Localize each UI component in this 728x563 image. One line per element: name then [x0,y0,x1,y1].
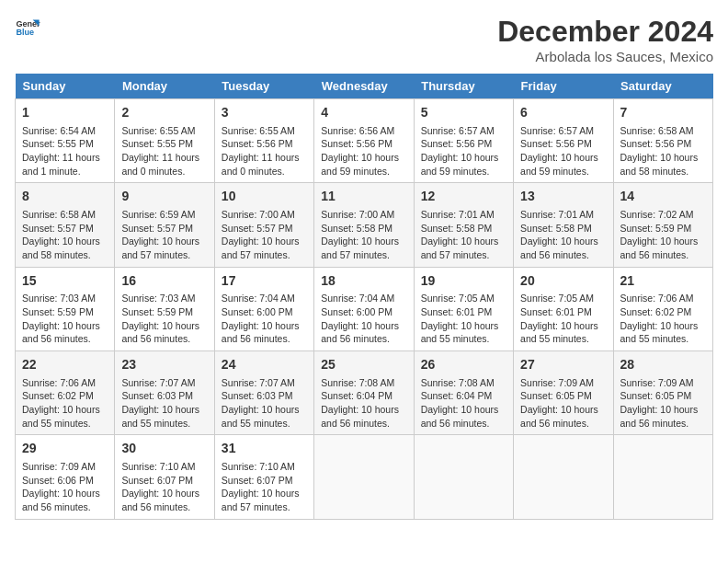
day-number: 9 [121,188,207,206]
calendar-day-cell: 19Sunrise: 7:05 AMSunset: 6:01 PMDayligh… [414,267,513,350]
day-number: 19 [421,272,506,291]
calendar-empty-cell [613,435,712,519]
calendar-empty-cell [314,435,414,519]
day-number: 1 [22,104,108,122]
day-number: 22 [22,356,108,374]
day-number: 3 [222,104,307,122]
day-info: Sunrise: 7:01 AMSunset: 5:58 PMDaylight:… [520,208,606,262]
calendar-day-cell: 12Sunrise: 7:01 AMSunset: 5:58 PMDayligh… [414,183,513,267]
svg-text:Blue: Blue [16,28,34,37]
day-number: 24 [222,356,307,374]
calendar-week-row: 8Sunrise: 6:58 AMSunset: 5:57 PMDaylight… [16,183,713,267]
header: General Blue December 2024 Arbolada los … [15,15,713,64]
logo: General Blue [15,15,40,40]
calendar-header-row: SundayMondayTuesdayWednesdayThursdayFrid… [16,74,713,99]
day-number: 5 [421,104,506,122]
day-info: Sunrise: 6:56 AMSunset: 5:56 PMDaylight:… [321,124,406,178]
column-header-sunday: Sunday [16,74,115,99]
calendar-day-cell: 20Sunrise: 7:05 AMSunset: 6:01 PMDayligh… [514,267,613,350]
day-info: Sunrise: 7:00 AMSunset: 5:57 PMDaylight:… [222,208,307,262]
column-header-monday: Monday [115,74,214,99]
day-info: Sunrise: 6:55 AMSunset: 5:55 PMDaylight:… [121,124,207,178]
calendar-day-cell: 14Sunrise: 7:02 AMSunset: 5:59 PMDayligh… [613,183,712,267]
day-info: Sunrise: 6:55 AMSunset: 5:56 PMDaylight:… [222,124,307,178]
day-info: Sunrise: 7:09 AMSunset: 6:05 PMDaylight:… [620,376,706,431]
calendar-table: SundayMondayTuesdayWednesdayThursdayFrid… [15,74,713,520]
day-info: Sunrise: 7:07 AMSunset: 6:03 PMDaylight:… [121,376,207,431]
day-number: 23 [121,356,207,374]
day-info: Sunrise: 6:57 AMSunset: 5:56 PMDaylight:… [421,124,506,178]
column-header-wednesday: Wednesday [314,74,414,99]
column-header-tuesday: Tuesday [214,74,313,99]
day-number: 29 [22,440,108,458]
day-number: 6 [520,104,606,122]
calendar-day-cell: 24Sunrise: 7:07 AMSunset: 6:03 PMDayligh… [214,351,313,435]
calendar-day-cell: 17Sunrise: 7:04 AMSunset: 6:00 PMDayligh… [214,267,313,350]
day-info: Sunrise: 7:09 AMSunset: 6:06 PMDaylight:… [22,460,108,514]
calendar-day-cell: 22Sunrise: 7:06 AMSunset: 6:02 PMDayligh… [16,351,115,435]
day-info: Sunrise: 7:08 AMSunset: 6:04 PMDaylight:… [321,376,406,431]
day-number: 8 [22,188,108,206]
calendar-day-cell: 2Sunrise: 6:55 AMSunset: 5:55 PMDaylight… [115,99,214,183]
calendar-day-cell: 31Sunrise: 7:10 AMSunset: 6:07 PMDayligh… [214,435,313,519]
logo-icon: General Blue [15,15,40,40]
day-number: 16 [121,272,207,291]
day-number: 28 [620,356,706,374]
calendar-day-cell: 23Sunrise: 7:07 AMSunset: 6:03 PMDayligh… [115,351,214,435]
day-info: Sunrise: 7:05 AMSunset: 6:01 PMDaylight:… [421,292,506,346]
calendar-day-cell: 13Sunrise: 7:01 AMSunset: 5:58 PMDayligh… [514,183,613,267]
calendar-week-row: 1Sunrise: 6:54 AMSunset: 5:55 PMDaylight… [16,99,713,183]
day-info: Sunrise: 7:00 AMSunset: 5:58 PMDaylight:… [321,208,406,262]
day-number: 10 [222,188,307,206]
calendar-day-cell: 11Sunrise: 7:00 AMSunset: 5:58 PMDayligh… [314,183,414,267]
location: Arbolada los Sauces, Mexico [497,49,713,64]
calendar-day-cell: 6Sunrise: 6:57 AMSunset: 5:56 PMDaylight… [514,99,613,183]
day-info: Sunrise: 6:58 AMSunset: 5:56 PMDaylight:… [620,124,706,178]
calendar-day-cell: 9Sunrise: 6:59 AMSunset: 5:57 PMDaylight… [115,183,214,267]
day-info: Sunrise: 7:07 AMSunset: 6:03 PMDaylight:… [222,376,307,431]
day-info: Sunrise: 7:04 AMSunset: 6:00 PMDaylight:… [321,292,406,346]
calendar-day-cell: 26Sunrise: 7:08 AMSunset: 6:04 PMDayligh… [414,351,513,435]
day-number: 20 [520,272,606,291]
day-number: 31 [222,440,307,458]
day-info: Sunrise: 6:54 AMSunset: 5:55 PMDaylight:… [22,124,108,178]
calendar-day-cell: 18Sunrise: 7:04 AMSunset: 6:00 PMDayligh… [314,267,414,350]
calendar-day-cell: 16Sunrise: 7:03 AMSunset: 5:59 PMDayligh… [115,267,214,350]
calendar-week-row: 15Sunrise: 7:03 AMSunset: 5:59 PMDayligh… [16,267,713,350]
day-number: 7 [620,104,706,122]
calendar-day-cell: 21Sunrise: 7:06 AMSunset: 6:02 PMDayligh… [613,267,712,350]
day-number: 2 [121,104,207,122]
calendar-day-cell: 8Sunrise: 6:58 AMSunset: 5:57 PMDaylight… [16,183,115,267]
title-area: December 2024 Arbolada los Sauces, Mexic… [497,15,713,64]
day-info: Sunrise: 7:10 AMSunset: 6:07 PMDaylight:… [121,460,207,514]
day-info: Sunrise: 6:59 AMSunset: 5:57 PMDaylight:… [121,208,207,262]
calendar-week-row: 22Sunrise: 7:06 AMSunset: 6:02 PMDayligh… [16,351,713,435]
day-number: 13 [520,188,606,206]
calendar-day-cell: 15Sunrise: 7:03 AMSunset: 5:59 PMDayligh… [16,267,115,350]
calendar-day-cell: 7Sunrise: 6:58 AMSunset: 5:56 PMDaylight… [613,99,712,183]
calendar-week-row: 29Sunrise: 7:09 AMSunset: 6:06 PMDayligh… [16,435,713,519]
day-info: Sunrise: 7:05 AMSunset: 6:01 PMDaylight:… [520,292,606,346]
day-number: 30 [121,440,207,458]
day-info: Sunrise: 6:58 AMSunset: 5:57 PMDaylight:… [22,208,108,262]
calendar-day-cell: 10Sunrise: 7:00 AMSunset: 5:57 PMDayligh… [214,183,313,267]
calendar-day-cell: 25Sunrise: 7:08 AMSunset: 6:04 PMDayligh… [314,351,414,435]
column-header-thursday: Thursday [414,74,513,99]
calendar-day-cell: 29Sunrise: 7:09 AMSunset: 6:06 PMDayligh… [16,435,115,519]
day-number: 12 [421,188,506,206]
day-number: 26 [421,356,506,374]
day-info: Sunrise: 7:09 AMSunset: 6:05 PMDaylight:… [520,376,606,431]
day-number: 14 [620,188,706,206]
day-info: Sunrise: 7:06 AMSunset: 6:02 PMDaylight:… [22,376,108,431]
day-info: Sunrise: 7:06 AMSunset: 6:02 PMDaylight:… [620,292,706,346]
calendar-day-cell: 4Sunrise: 6:56 AMSunset: 5:56 PMDaylight… [314,99,414,183]
day-info: Sunrise: 7:10 AMSunset: 6:07 PMDaylight:… [222,460,307,514]
calendar-empty-cell [414,435,513,519]
day-info: Sunrise: 7:03 AMSunset: 5:59 PMDaylight:… [121,292,207,346]
day-number: 11 [321,188,406,206]
calendar-day-cell: 5Sunrise: 6:57 AMSunset: 5:56 PMDaylight… [414,99,513,183]
day-info: Sunrise: 7:01 AMSunset: 5:58 PMDaylight:… [421,208,506,262]
day-number: 18 [321,272,406,291]
day-number: 15 [22,272,108,291]
calendar-empty-cell [514,435,613,519]
